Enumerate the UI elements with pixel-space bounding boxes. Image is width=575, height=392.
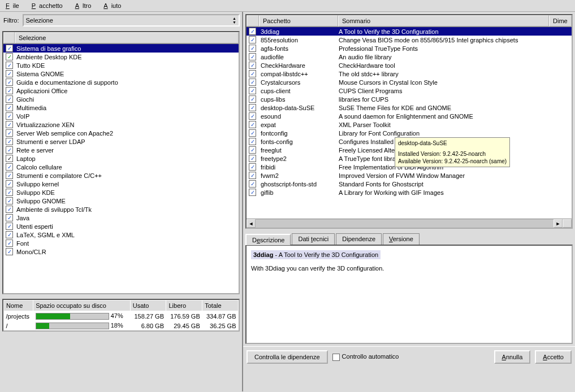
tab-description[interactable]: Descrizione bbox=[245, 234, 291, 245]
disk-header-cell[interactable]: Spazio occupato su disco bbox=[33, 300, 131, 311]
package-row[interactable]: ✓giflibA Library for Working with GIF Im… bbox=[247, 188, 572, 197]
checkbox-icon[interactable]: ✓ bbox=[249, 87, 256, 94]
package-row[interactable]: ✓desktop-data-SuSESuSE Theme Files for K… bbox=[247, 103, 572, 112]
selection-row[interactable]: ✓Virtualizzazione XEN bbox=[3, 120, 239, 129]
checkbox-icon[interactable]: ✓ bbox=[6, 45, 13, 52]
tab-dependencies[interactable]: Dipendenze bbox=[336, 233, 382, 245]
checkbox-icon[interactable]: ✓ bbox=[249, 189, 256, 196]
checkbox-icon[interactable]: ✓ bbox=[249, 112, 256, 120]
checkbox-icon[interactable]: ✓ bbox=[6, 53, 13, 60]
pkg-header-check[interactable] bbox=[247, 15, 259, 27]
package-row[interactable]: ✓compat-libstdc++The old stdc++ library bbox=[247, 69, 572, 78]
selection-row[interactable]: ✓Applicazioni Office bbox=[3, 86, 239, 95]
selection-row[interactable]: ✓Sviluppo kernel bbox=[3, 180, 239, 188]
checkbox-icon[interactable]: ✓ bbox=[6, 121, 13, 128]
package-row[interactable]: ✓CrystalcursorsMouse Cursors in Crystal … bbox=[247, 78, 572, 86]
checkbox-icon[interactable]: ✓ bbox=[249, 155, 256, 162]
checkbox-icon[interactable]: ✓ bbox=[6, 248, 13, 255]
selection-row[interactable]: ✓Guida e documentazione di supporto bbox=[3, 78, 239, 86]
selection-row[interactable]: ✓Utenti esperti bbox=[3, 222, 239, 230]
checkbox-icon[interactable]: ✓ bbox=[6, 138, 13, 145]
selection-row[interactable]: ✓Mono/CLR bbox=[3, 247, 239, 256]
checkbox-icon[interactable]: ✓ bbox=[6, 70, 13, 77]
checkbox-icon[interactable]: ✓ bbox=[6, 223, 13, 230]
checkbox-icon[interactable]: ✓ bbox=[249, 79, 256, 86]
selection-row[interactable]: ✓Sistema di base grafico bbox=[3, 44, 239, 53]
checkbox-icon[interactable]: ✓ bbox=[6, 95, 13, 103]
checkbox-icon[interactable]: ✓ bbox=[6, 155, 13, 162]
selection-list[interactable]: Selezione ✓Sistema di base grafico✓Ambie… bbox=[2, 31, 240, 294]
checkbox-icon[interactable]: ✓ bbox=[249, 180, 256, 188]
package-row[interactable]: ✓cups-libslibraries for CUPS bbox=[247, 95, 572, 103]
selection-row[interactable]: ✓Sviluppo GNOME bbox=[3, 197, 239, 205]
checkbox-icon[interactable]: ✓ bbox=[249, 45, 256, 52]
checkbox-icon[interactable]: ✓ bbox=[249, 62, 256, 69]
pkg-header-size[interactable]: Dime bbox=[549, 15, 572, 27]
package-row[interactable]: ✓CheckHardwareCheckHardware tool bbox=[247, 61, 572, 69]
checkbox-icon[interactable]: ✓ bbox=[6, 231, 13, 238]
package-row[interactable]: ✓3ddiagA Tool to Verify the 3D Configura… bbox=[247, 27, 572, 36]
scroll-right-icon[interactable]: ► bbox=[554, 219, 563, 228]
selection-row[interactable]: ✓Sistema GNOME bbox=[3, 69, 239, 78]
checkbox-icon[interactable]: ✓ bbox=[249, 146, 256, 154]
selection-row[interactable]: ✓Sviluppo KDE bbox=[3, 188, 239, 197]
selection-row[interactable]: ✓Calcolo cellulare bbox=[3, 163, 239, 171]
checkbox-icon[interactable]: ✓ bbox=[249, 121, 256, 128]
checkbox-icon[interactable]: ✓ bbox=[249, 129, 256, 137]
checkbox-icon[interactable]: ✓ bbox=[249, 95, 256, 103]
tab-technical[interactable]: Dati tecnici bbox=[292, 233, 335, 245]
menu-file[interactable]: File bbox=[2, 1, 26, 10]
selection-row[interactable]: ✓Java bbox=[3, 214, 239, 222]
tab-version[interactable]: Versione bbox=[383, 233, 420, 245]
checkbox-icon[interactable]: ✓ bbox=[249, 104, 256, 111]
selection-header-check[interactable] bbox=[3, 32, 15, 43]
checkbox-icon[interactable]: ✓ bbox=[6, 163, 13, 171]
package-row[interactable]: ✓ghostscript-fonts-stdStandard Fonts for… bbox=[247, 180, 572, 188]
accept-button[interactable]: Accetto bbox=[535, 350, 572, 364]
disk-header-cell[interactable]: Libero bbox=[166, 300, 202, 311]
checkbox-icon[interactable]: ✓ bbox=[249, 53, 256, 60]
checkbox-icon[interactable]: ✓ bbox=[249, 36, 256, 43]
selection-row[interactable]: ✓LaTeX, SGML e XML bbox=[3, 230, 239, 239]
package-list[interactable]: Pacchetto Sommario Dime desktop-data-SuS… bbox=[245, 14, 573, 229]
check-dependencies-button[interactable]: Controlla le dipendenze bbox=[247, 350, 328, 364]
cancel-button[interactable]: Annulla bbox=[494, 350, 531, 364]
selection-header-label[interactable]: Selezione bbox=[15, 32, 239, 43]
checkbox-icon[interactable]: ✓ bbox=[6, 146, 13, 154]
selection-row[interactable]: ✓Strumenti e server LDAP bbox=[3, 137, 239, 146]
checkbox-icon[interactable]: ✓ bbox=[6, 206, 13, 213]
package-row[interactable]: ✓cups-clientCUPS Client Programs bbox=[247, 86, 572, 95]
scroll-left-icon[interactable]: ◄ bbox=[247, 219, 256, 228]
checkbox-icon[interactable]: ✓ bbox=[6, 172, 13, 179]
filter-combo[interactable]: Selezione ▲▼ bbox=[23, 14, 240, 27]
menu-other[interactable]: Altro bbox=[72, 1, 98, 10]
checkbox-icon[interactable]: ✓ bbox=[6, 104, 13, 111]
menu-package[interactable]: Pacchetto bbox=[28, 1, 70, 10]
package-row[interactable]: ✓esoundA sound daemon for Enlightenment … bbox=[247, 112, 572, 120]
selection-row[interactable]: ✓Font bbox=[3, 239, 239, 247]
checkbox-icon[interactable]: ✓ bbox=[6, 214, 13, 221]
selection-row[interactable]: ✓Rete e server bbox=[3, 146, 239, 154]
disk-header-cell[interactable]: Usato bbox=[130, 300, 166, 311]
checkbox-icon[interactable]: ✓ bbox=[249, 163, 256, 171]
selection-row[interactable]: ✓Strumenti e compilatore C/C++ bbox=[3, 171, 239, 180]
package-row[interactable]: ✓fvwm2Improved Version of FVWM Window Ma… bbox=[247, 171, 572, 180]
package-row[interactable]: ✓fontconfigLibrary for Font Configuratio… bbox=[247, 129, 572, 137]
auto-check-option[interactable]: Controllo automatico bbox=[332, 353, 399, 361]
checkbox-icon[interactable]: ✓ bbox=[6, 197, 13, 204]
checkbox-icon[interactable]: ✓ bbox=[6, 62, 13, 69]
selection-row[interactable]: ✓Server Web semplice con Apache2 bbox=[3, 129, 239, 137]
disk-header-cell[interactable]: Totale bbox=[202, 300, 239, 311]
pkg-header-name[interactable]: Pacchetto bbox=[259, 15, 338, 27]
package-row[interactable]: ✓audiofileAn audio file library bbox=[247, 53, 572, 61]
selection-row[interactable]: ✓Ambiente di sviluppo Tcl/Tk bbox=[3, 205, 239, 214]
selection-row[interactable]: ✓Ambiente Desktop KDE bbox=[3, 53, 239, 61]
selection-row[interactable]: ✓VoIP bbox=[3, 112, 239, 120]
package-row[interactable]: ✓855resolutionChange Vesa BIOS mode on 8… bbox=[247, 36, 572, 44]
checkbox-icon[interactable]: ✓ bbox=[6, 239, 13, 247]
checkbox-icon[interactable]: ✓ bbox=[6, 129, 13, 137]
checkbox-icon[interactable]: ✓ bbox=[6, 112, 13, 120]
disk-header-cell[interactable]: Nome bbox=[4, 300, 33, 311]
package-row[interactable]: ✓agfa-fontsProfessional TrueType Fonts bbox=[247, 44, 572, 53]
auto-check-checkbox[interactable] bbox=[332, 354, 340, 361]
